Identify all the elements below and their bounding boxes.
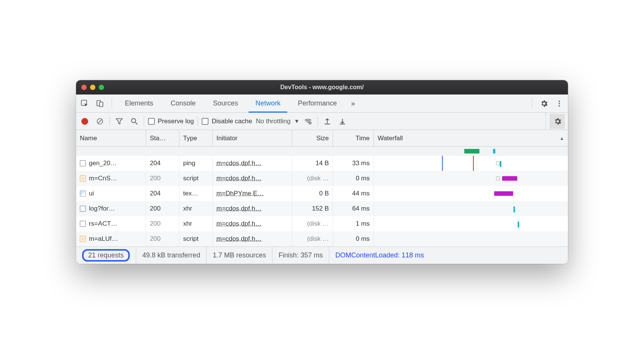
- cell-size: (disk …: [292, 171, 333, 186]
- kebab-menu-icon[interactable]: [554, 98, 565, 109]
- cell-initiator[interactable]: m=cdos,dpf,h…: [213, 216, 292, 231]
- status-transferred: 49.8 kB transferred: [136, 247, 207, 264]
- cell-type: ping: [179, 156, 213, 171]
- cell-waterfall: [374, 216, 568, 231]
- tab-sources[interactable]: Sources: [206, 95, 245, 113]
- column-headers: Name Sta… Type Initiator Size Time Water…: [76, 130, 568, 147]
- cell-name: rs=ACT…: [76, 216, 146, 231]
- clear-button[interactable]: [94, 116, 106, 127]
- cell-waterfall: [374, 186, 568, 201]
- throttling-select[interactable]: No throttling ▾: [256, 117, 299, 125]
- cell-time: 64 ms: [333, 201, 374, 216]
- cell-size: 14 B: [292, 156, 333, 171]
- tab-console[interactable]: Console: [164, 95, 202, 113]
- inspect-element-icon[interactable]: [79, 98, 90, 109]
- request-list: gen_20…204pingm=cdos,dpf,h…14 B33 msm=Cn…: [76, 147, 568, 246]
- main-tabbar: Elements Console Sources Network Perform…: [76, 95, 568, 113]
- col-header-waterfall[interactable]: Waterfall ▲: [374, 130, 568, 146]
- preserve-log-label: Preserve log: [158, 118, 194, 125]
- separator: [198, 116, 198, 126]
- cell-name: log?for…: [76, 201, 146, 216]
- file-type-icon: [80, 175, 86, 181]
- cell-status: 200: [146, 231, 179, 246]
- status-finish: Finish: 357 ms: [272, 247, 329, 264]
- network-toolbar: Preserve log Disable cache No throttling…: [76, 113, 568, 130]
- import-har-icon[interactable]: [322, 116, 333, 127]
- record-button[interactable]: [79, 116, 90, 127]
- svg-point-8: [132, 118, 136, 122]
- cell-initiator[interactable]: m=cdos,dpf,h…: [213, 156, 292, 171]
- cell-type: script: [179, 231, 213, 246]
- window-title: DevTools - www.google.com/: [76, 84, 568, 91]
- separator: [532, 98, 532, 109]
- svg-line-7: [98, 119, 102, 123]
- svg-point-10: [309, 122, 311, 124]
- cell-size: (disk …: [292, 216, 333, 231]
- cell-size: 0 B: [292, 186, 333, 201]
- cell-waterfall: [374, 231, 568, 246]
- request-row[interactable]: ui204tex…m=DhPYme,E…0 B44 ms: [76, 186, 568, 201]
- disable-cache-checkbox[interactable]: Disable cache: [202, 118, 252, 125]
- separator: [112, 98, 112, 109]
- separator: [144, 116, 144, 126]
- overview-strip: [76, 147, 568, 156]
- cell-initiator[interactable]: m=cdos,dpf,h…: [213, 231, 292, 246]
- titlebar: DevTools - www.google.com/: [76, 80, 568, 95]
- cell-initiator[interactable]: m=cdos,dpf,h…: [213, 201, 292, 216]
- cell-time: 33 ms: [333, 156, 374, 171]
- file-type-icon: [80, 160, 86, 166]
- sort-caret-icon: ▲: [560, 136, 564, 141]
- export-har-icon[interactable]: [337, 116, 348, 127]
- svg-point-5: [558, 105, 560, 107]
- cell-initiator[interactable]: m=cdos,dpf,h…: [213, 171, 292, 186]
- file-type-icon: [80, 206, 86, 212]
- chevron-down-icon: ▾: [295, 117, 299, 125]
- tab-performance[interactable]: Performance: [291, 95, 344, 113]
- request-row[interactable]: m=CnS…200scriptm=cdos,dpf,h…(disk …0 ms: [76, 171, 568, 186]
- cell-status: 204: [146, 156, 179, 171]
- col-header-status[interactable]: Sta…: [146, 130, 179, 146]
- separator: [546, 113, 546, 130]
- cell-time: 0 ms: [333, 231, 374, 246]
- cell-type: xhr: [179, 216, 213, 231]
- svg-rect-2: [100, 102, 103, 107]
- col-header-type[interactable]: Type: [179, 130, 213, 146]
- devtools-window: DevTools - www.google.com/ Elements Cons…: [76, 80, 568, 264]
- cell-size: (disk …: [292, 231, 333, 246]
- requests-count-pill: 21 requests: [82, 249, 130, 262]
- cell-size: 152 B: [292, 201, 333, 216]
- col-header-initiator[interactable]: Initiator: [213, 130, 292, 146]
- cell-initiator[interactable]: m=DhPYme,E…: [213, 186, 292, 201]
- preserve-log-checkbox[interactable]: Preserve log: [148, 118, 194, 125]
- cell-status: 200: [146, 171, 179, 186]
- col-header-size[interactable]: Size: [292, 130, 333, 146]
- cell-waterfall: [374, 201, 568, 216]
- cell-name: m=aLUf…: [76, 231, 146, 246]
- network-conditions-icon[interactable]: [302, 116, 314, 127]
- network-settings-gear-icon[interactable]: [550, 114, 565, 129]
- cell-time: 0 ms: [333, 171, 374, 186]
- status-resources: 1.7 MB resources: [207, 247, 272, 264]
- request-row[interactable]: rs=ACT…200xhrm=cdos,dpf,h…(disk …1 ms: [76, 216, 568, 231]
- request-row[interactable]: gen_20…204pingm=cdos,dpf,h…14 B33 ms: [76, 156, 568, 171]
- cell-waterfall: [374, 171, 568, 186]
- status-dcl: DOMContentLoaded: 118 ms: [329, 247, 430, 264]
- search-icon[interactable]: [129, 116, 140, 127]
- col-header-name[interactable]: Name: [76, 130, 146, 146]
- filter-icon[interactable]: [114, 116, 125, 127]
- col-header-time[interactable]: Time: [333, 130, 374, 146]
- status-bar: 21 requests 49.8 kB transferred 1.7 MB r…: [76, 246, 568, 264]
- cell-type: xhr: [179, 201, 213, 216]
- cell-status: 200: [146, 201, 179, 216]
- request-row[interactable]: log?for…200xhrm=cdos,dpf,h…152 B64 ms: [76, 201, 568, 216]
- request-row[interactable]: m=aLUf…200scriptm=cdos,dpf,h…(disk …0 ms: [76, 231, 568, 246]
- cell-time: 1 ms: [333, 216, 374, 231]
- file-type-icon: [80, 236, 86, 242]
- tab-elements[interactable]: Elements: [118, 95, 160, 113]
- cell-type: tex…: [179, 186, 213, 201]
- more-tabs-icon[interactable]: »: [347, 98, 359, 109]
- settings-gear-icon[interactable]: [538, 98, 550, 109]
- device-toolbar-icon[interactable]: [94, 98, 106, 109]
- tab-network[interactable]: Network: [249, 95, 287, 113]
- throttling-value: No throttling: [256, 118, 291, 125]
